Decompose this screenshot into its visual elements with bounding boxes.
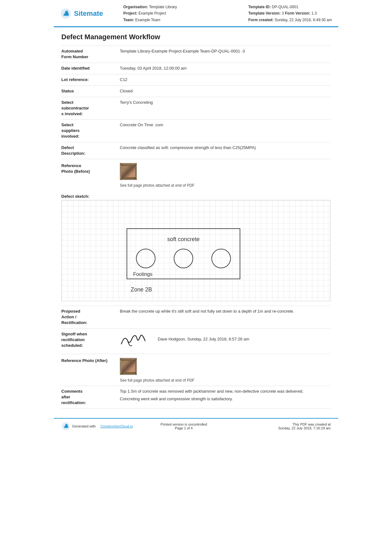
photo-after-caption: See full page photos attached at end of … (120, 378, 328, 383)
field-row-proposed-action: ProposedAction /Rectification: Break the… (61, 306, 331, 328)
field-row-subcontractor: Selectsubcontractors involved: Terry's C… (61, 97, 331, 120)
svg-rect-12 (122, 361, 130, 367)
sketch-text-zone: Zone 2B (131, 286, 152, 293)
footer-logo-icon (61, 422, 70, 431)
field-label-ref-photo-before: ReferencePhoto (Before) (61, 160, 117, 177)
field-value-suppliers: Concrete On Time .com (117, 120, 331, 142)
field-label-status: Status (61, 86, 117, 97)
template-id-label: Template ID: (248, 5, 271, 9)
form-created-value: Sunday, 22 July 2018, 6:49:30 am (275, 18, 332, 22)
sketch-circle-1 (136, 249, 155, 268)
field-label-automated: AutomatedForm Number (61, 46, 117, 62)
sketch-content: soft concrete Footings Zone 2B (62, 200, 330, 301)
form-created-label: Form created: (248, 18, 273, 22)
signature-image (120, 331, 148, 347)
org-value: Template Library (149, 5, 177, 9)
field-label-subcontractor: Selectsubcontractors involved: (61, 97, 117, 120)
footer-pdf-created-text: This PDF was created at (235, 422, 331, 426)
page: Sitemate Organisation: Template Library … (54, 0, 338, 434)
field-label-lot: Lot reference: (61, 74, 117, 85)
field-value-defect: Concrete classified as soft: compressive… (117, 142, 331, 159)
field-value-comments: Top 1.5m of concrete was removed with ja… (117, 386, 331, 404)
sketch-text-soft-concrete: soft concrete (167, 236, 199, 242)
sketch-svg: soft concrete Footings Zone 2B (62, 200, 330, 301)
form-title: Defect Management Workflow (61, 33, 331, 41)
svg-rect-9 (121, 359, 136, 374)
field-row-defect: DefectDescription: Concrete classified a… (61, 142, 331, 159)
sketch-section-label: Defect sketch: (61, 191, 331, 200)
footer-center: Printed version is uncontrolled Page 1 o… (136, 422, 232, 430)
logo-text: Sitemate (74, 9, 103, 18)
field-label-ref-photo-after: Reference Photo (After) (61, 355, 117, 366)
field-value-proposed-action: Break the concrete up while it's still s… (117, 306, 331, 317)
footer-generated-text: Generated with (72, 424, 96, 428)
template-version-value: 3 (282, 11, 284, 16)
field-row-status: Status Closed (61, 85, 331, 97)
logo-area: Sitemate (60, 4, 117, 23)
form-version-value: 1.3 (311, 11, 317, 16)
field-value-lot: C12 (117, 74, 331, 85)
field-value-automated: Template Library-Example Project-Example… (117, 46, 331, 62)
svg-rect-5 (123, 166, 130, 171)
field-row-ref-photo-after: Reference Photo (After) See full page ph… (61, 354, 331, 386)
footer-pdf-created-date: Sunday, 22 July 2018, 7:16:19 am (235, 426, 331, 430)
org-label: Organisation: (123, 5, 148, 9)
signature-area: Dave Hodgson, Sunday, 22 July 2018, 6:57… (120, 331, 328, 347)
sketch-circle-2 (174, 249, 193, 268)
header-right: Template ID: DP-QUAL-0001 Template Versi… (248, 4, 332, 23)
svg-rect-2 (121, 165, 136, 179)
template-id-value: DP-QUAL-0001 (272, 5, 298, 9)
footer-link[interactable]: ConstructionCloud.io (101, 424, 133, 428)
field-value-subcontractor: Terry's Concreting (117, 97, 331, 120)
field-value-ref-photo-before: See full page photos attached at end of … (117, 160, 331, 191)
form-version-label: Form Version: (285, 11, 310, 16)
field-row-ref-photo-before: ReferencePhoto (Before) See full page ph… (61, 159, 331, 191)
header: Sitemate Organisation: Template Library … (54, 0, 338, 27)
field-value-date: Tuesday, 03 April 2018, 12:00:00 am (117, 63, 331, 74)
team-label: Team: (123, 18, 134, 22)
main-content: Defect Management Workflow AutomatedForm… (54, 27, 338, 412)
template-version-label: Template Version: (248, 11, 280, 16)
footer: Generated with ConstructionCloud.io Prin… (54, 418, 338, 434)
field-value-signoff: Dave Hodgson, Sunday, 22 July 2018, 6:57… (117, 329, 331, 350)
team-value: Example Team (135, 18, 160, 22)
field-label-comments: Commentsafterrectification: (61, 386, 117, 408)
comments-line-2: Concreting went well and compressive str… (120, 396, 328, 402)
project-value: Example Project (138, 11, 166, 16)
field-value-status: Closed (117, 86, 331, 97)
field-row-date: Date identified Tuesday, 03 April 2018, … (61, 63, 331, 74)
footer-right: This PDF was created at Sunday, 22 July … (235, 422, 331, 430)
signoff-person: Dave Hodgson, Sunday, 22 July 2018, 6:57… (158, 336, 249, 342)
field-label-date: Date identified (61, 63, 117, 74)
header-meta: Organisation: Template Library Project: … (123, 4, 242, 23)
field-row-comments: Commentsafterrectification: Top 1.5m of … (61, 386, 331, 409)
field-label-defect: DefectDescription: (61, 142, 117, 159)
photo-before-caption: See full page photos attached at end of … (120, 183, 328, 188)
footer-page: Page 1 of 4 (136, 426, 232, 430)
sketch-text-footings: Footings (133, 271, 152, 277)
svg-rect-13 (123, 368, 135, 373)
footer-logo-area: Generated with ConstructionCloud.io (61, 422, 133, 431)
field-label-suppliers: Selectsuppliersinvolved: (61, 120, 117, 142)
sketch-circle-3 (212, 249, 231, 268)
photo-before-thumbnail (120, 163, 137, 180)
photo-after-thumbnail (120, 358, 137, 375)
field-row-suppliers: Selectsuppliersinvolved: Concrete On Tim… (61, 119, 331, 142)
field-row-lot: Lot reference: C12 (61, 74, 331, 85)
project-label: Project: (123, 11, 138, 16)
field-value-ref-photo-after: See full page photos attached at end of … (117, 355, 331, 386)
svg-rect-6 (123, 173, 135, 178)
field-row-automated: AutomatedForm Number Template Library-Ex… (61, 46, 331, 62)
sketch-box: soft concrete Footings Zone 2B (61, 200, 331, 301)
field-label-proposed-action: ProposedAction /Rectification: (61, 306, 117, 328)
footer-uncontrolled: Printed version is uncontrolled (136, 422, 232, 426)
field-label-signoff: Signoff whenrectificationscheduled: (61, 329, 117, 351)
comments-line-1: Top 1.5m of concrete was removed with ja… (120, 389, 328, 394)
sitemate-logo-icon (60, 8, 71, 19)
field-row-signoff: Signoff whenrectificationscheduled: Dave… (61, 328, 331, 354)
